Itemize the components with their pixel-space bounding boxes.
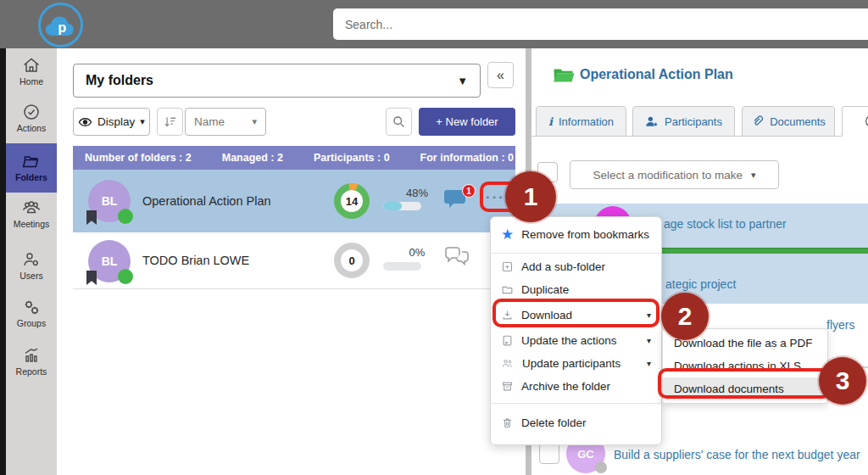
tab-information[interactable]: i Information — [536, 106, 626, 137]
trash-icon — [501, 416, 514, 429]
avatar-initials: GC — [577, 448, 594, 461]
presence-dot — [595, 461, 607, 473]
folder-scope-select[interactable]: My folders ▼ — [73, 64, 481, 98]
cloud-logo-icon: p — [44, 13, 78, 38]
modification-select-value: Select a modification to make — [593, 169, 743, 182]
stat-managed: Managed : 2 — [222, 152, 283, 164]
tab-actions[interactable] — [842, 106, 868, 137]
sidebar-item-folders[interactable]: Folders — [6, 143, 57, 193]
tab-documents[interactable]: Documents — [742, 106, 835, 137]
chat-bubbles-outline-icon — [443, 245, 470, 270]
sidebar-item-label: Folders — [6, 172, 57, 182]
tab-participants[interactable]: Participants — [632, 106, 735, 137]
folder-row-operational-action-plan[interactable]: BL Operational Action Plan 14 48% — [73, 170, 515, 232]
progress-bar-fill — [383, 202, 402, 210]
sort-field-select[interactable]: Name ▾ — [185, 108, 266, 136]
sidebar-item-label: Home — [6, 76, 57, 87]
menu-item-label: Add a sub-folder — [521, 260, 651, 273]
open-folder-green-icon — [553, 66, 575, 85]
global-search — [333, 8, 868, 40]
progress-percent-label: 0% — [398, 246, 436, 259]
sidebar-item-home[interactable]: Home — [6, 55, 57, 87]
action-title-fragment[interactable]: flyers — [826, 318, 854, 332]
new-folder-label: + New folder — [436, 115, 498, 128]
menu-item-update-participants[interactable]: Update participants ▾ — [491, 352, 661, 375]
folder-chat-button[interactable] — [443, 245, 472, 271]
presence-dot — [118, 269, 133, 284]
paperclip-icon — [751, 115, 764, 128]
folder-title: Operational Action Plan — [142, 194, 271, 208]
app-window: p Home Actions Folders Meetings Users — [0, 0, 868, 475]
menu-item-delete-folder[interactable]: Delete folder — [491, 405, 661, 439]
tab-label: Documents — [770, 115, 826, 128]
app-logo[interactable]: p — [38, 3, 83, 48]
caret-down-icon: ▾ — [252, 116, 257, 127]
sidebar-nav: Home Actions Folders Meetings Users Grou… — [6, 48, 57, 475]
action-title[interactable]: Build a suppliers' case for the next bud… — [614, 448, 860, 461]
search-icon — [392, 115, 406, 129]
file-x-icon — [501, 334, 514, 347]
sort-direction-button[interactable] — [157, 108, 183, 136]
folder-chat-button[interactable]: 1 — [443, 188, 472, 214]
stat-for-information: For information : 0 — [420, 152, 514, 164]
sidebar-item-reports[interactable]: Reports — [6, 345, 57, 377]
modification-select[interactable]: Select a modification to make ▾ — [570, 160, 779, 189]
participants-icon — [501, 357, 515, 370]
home-icon — [21, 55, 42, 75]
filter-search-button[interactable] — [386, 108, 412, 136]
add-folder-icon — [501, 260, 514, 273]
stat-number-of-folders: Number of folders : 2 — [85, 152, 192, 164]
menu-item-remove-from-bookmarks[interactable]: ★ Remove from bookmarks — [491, 217, 661, 251]
folder-open-icon — [21, 151, 42, 171]
sidebar-item-label: Actions — [6, 123, 57, 133]
menu-item-duplicate[interactable]: Duplicate — [491, 278, 661, 301]
menu-item-label: Archive the folder — [521, 380, 651, 393]
action-title-fragment[interactable]: ategic project — [665, 277, 736, 291]
annotation-number: 3 — [836, 366, 850, 395]
sort-descending-icon — [163, 115, 177, 129]
action-title-fragment[interactable]: age stock list to partner — [664, 217, 787, 231]
annotation-number: 1 — [524, 182, 538, 211]
action-checkbox[interactable] — [539, 444, 559, 464]
archive-icon — [501, 380, 514, 393]
menu-item-label: Update the actions — [521, 334, 639, 347]
display-button-label: Display — [97, 115, 135, 128]
caret-down-icon: ▼ — [457, 75, 468, 87]
avatar: BL — [88, 240, 131, 282]
menu-item-add-sub-folder[interactable]: Add a sub-folder — [491, 255, 661, 278]
folder-title: TODO Brian LOWE — [142, 254, 249, 267]
tab-label: Participants — [665, 115, 722, 128]
submenu-caret-icon: ▾ — [647, 336, 651, 345]
caret-down-icon: ▾ — [140, 116, 145, 127]
search-input[interactable] — [345, 18, 842, 31]
bookmark-ribbon-icon — [86, 210, 97, 225]
menu-item-label: Delete folder — [521, 416, 651, 429]
sidebar-item-actions[interactable]: Actions — [6, 102, 57, 133]
sidebar-item-label: Meetings — [6, 219, 57, 229]
sidebar-item-groups[interactable]: Groups — [6, 297, 57, 328]
action-count: 0 — [332, 241, 371, 280]
new-folder-button[interactable]: + New folder — [419, 108, 515, 136]
stat-participants: Participants : 0 — [314, 152, 390, 164]
left-edge-strip — [0, 48, 6, 475]
annotation-highlight-box-3 — [658, 368, 831, 399]
menu-item-update-the-actions[interactable]: Update the actions ▾ — [491, 329, 661, 352]
menu-divider — [491, 253, 661, 254]
progress-bar — [383, 262, 421, 271]
detail-folder-title: Operational Action Plan — [580, 67, 733, 82]
annotation-highlight-box-2 — [492, 299, 659, 327]
action-count-donut: 0 — [332, 241, 371, 280]
meetings-people-icon — [20, 198, 42, 218]
menu-item-archive-the-folder[interactable]: Archive the folder — [491, 375, 661, 398]
menu-item-label: Remove from bookmarks — [521, 228, 651, 241]
gears-icon — [21, 297, 42, 317]
folder-row-todo-brian-lowe[interactable]: BL TODO Brian LOWE 0 0% — [73, 232, 515, 289]
sidebar-item-users[interactable]: Users — [6, 249, 57, 281]
duplicate-folder-icon — [501, 283, 514, 296]
sidebar-item-label: Reports — [6, 366, 57, 377]
report-chart-icon — [21, 345, 42, 366]
avatar-initials: BL — [102, 254, 118, 268]
display-options-button[interactable]: Display ▾ — [73, 108, 150, 136]
collapse-panel-button[interactable]: « — [487, 62, 514, 88]
sidebar-item-meetings[interactable]: Meetings — [6, 198, 57, 229]
